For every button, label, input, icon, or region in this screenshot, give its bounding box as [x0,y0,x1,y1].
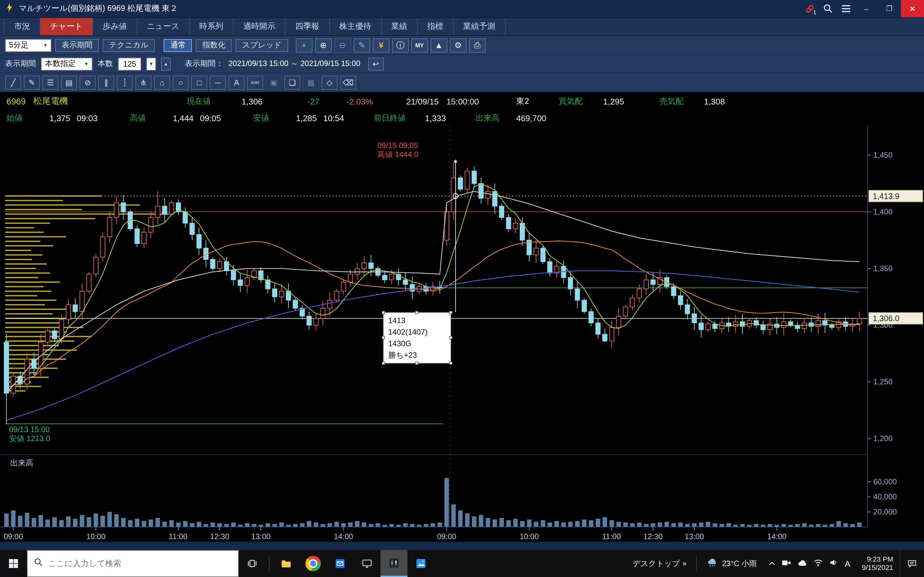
chart-note-tooltip[interactable]: 14131402(1407)1430G勝ち+23 [383,312,451,364]
draw-stamp-icon[interactable]: icon [247,75,263,89]
count-mode-select[interactable]: 本数指定 ▼ [41,57,92,70]
draw-clear-all-icon[interactable]: ⌫ [340,75,356,89]
draw-horizontal-segment-icon[interactable]: ─ [210,75,226,89]
chart-area[interactable]: 1,4501,4001,3501,3001,2501,20060,00040,0… [0,126,924,542]
mode-index-button[interactable]: 指数化 [196,39,232,52]
bar-count-input[interactable]: 125 [118,57,141,70]
mode-spread-button[interactable]: スプレッド [236,39,288,52]
candlestick-chart[interactable]: 1,4501,4001,3501,3001,2501,20060,00040,0… [0,126,924,542]
draw-horizontal-lines-icon[interactable]: ☰ [42,75,58,89]
wifi-icon[interactable] [813,558,824,569]
count-up-button[interactable]: ▲ [161,57,171,70]
tab-chart[interactable]: チャート [40,18,93,35]
task-view-icon[interactable] [239,550,266,577]
resize-handle[interactable] [415,362,418,365]
draw-grid-lines-icon[interactable]: ▤ [61,75,77,89]
crosshair-icon[interactable]: + [296,38,312,52]
draw-image-icon[interactable]: ▣ [266,75,282,89]
draw-trendline-icon[interactable]: ╱ [5,75,21,89]
tab-market[interactable]: 市況 [4,18,40,35]
draw-paste-icon[interactable]: ▦ [303,75,319,89]
chrome-icon[interactable] [300,550,326,577]
display-period-button[interactable]: 表示期間 [55,39,99,52]
start-button[interactable] [0,550,27,577]
svg-text:1,306.0: 1,306.0 [873,314,899,323]
zoom-out-icon[interactable]: ⊖ [334,38,351,52]
taskbar-search[interactable] [27,550,239,577]
print-icon[interactable]: ⎙ [469,38,486,52]
volume-icon[interactable] [829,558,839,569]
tab-shikiho[interactable]: 四季報 [286,18,330,35]
draw-fibonacci-circle-icon[interactable]: ⊘ [79,75,95,89]
tab-tick[interactable]: 歩み値 [93,18,137,35]
action-center-icon[interactable] [900,550,924,577]
titlebar-search-icon[interactable] [819,0,837,17]
draw-parallel-channel-icon[interactable]: ∥ [98,75,114,89]
resize-handle[interactable] [449,311,452,314]
mode-normal-button[interactable]: 通常 [164,39,192,52]
resize-handle[interactable] [449,362,452,365]
interval-select[interactable]: 5分足 ▼ [5,39,51,52]
reload-icon[interactable]: ↩ [368,57,383,70]
screen-share-icon[interactable] [354,550,381,577]
draw-mode-pencil-icon[interactable]: ✎ [354,38,370,52]
draw-polygon-icon[interactable]: ⌂ [154,75,170,89]
search-input[interactable] [48,559,215,568]
photos-app-icon[interactable] [407,550,435,577]
minimize-button[interactable]: – [855,0,878,17]
draw-ellipse-icon[interactable]: ○ [173,75,189,89]
draw-eraser-icon[interactable]: ◇ [321,75,338,89]
count-dropdown-button[interactable]: ▼ [146,57,156,70]
taskbar-clock[interactable]: 9:23 PM 9/15/2021 [855,555,900,572]
svg-text:09:00: 09:00 [3,532,23,541]
meet-now-camera-icon[interactable] [782,558,792,569]
technical-button[interactable]: テクニカル [103,39,155,52]
info-icon[interactable]: ⓘ [392,38,409,52]
chart-type-icon[interactable]: ▲ [431,38,447,52]
tab-yutai[interactable]: 株主優待 [330,18,381,35]
draw-vertical-lines-icon[interactable]: ┆ [117,75,133,89]
zoom-in-icon[interactable]: ⊕ [315,38,332,52]
tab-news[interactable]: ニュース [137,18,190,35]
period-label: 表示期間 [5,58,36,69]
menu-icon[interactable] [837,0,855,17]
open-price: 1,375 [49,113,70,123]
file-explorer-icon[interactable] [273,550,300,577]
tab-forecast[interactable]: 業績予測 [453,18,505,35]
draw-measure-icon[interactable]: ✎ [24,75,40,89]
clock-date: 9/15/2021 [862,564,893,572]
trading-app-icon[interactable] [381,550,407,577]
mail-app-icon[interactable] [326,550,354,577]
settings-wrench-icon[interactable]: ⚙ [450,38,467,52]
restore-button[interactable]: ❐ [878,0,901,17]
draw-copy-icon[interactable]: ❏ [284,75,300,89]
chevron-down-icon: ▼ [84,61,89,66]
draw-rectangle-icon[interactable]: □ [191,75,207,89]
yen-display-icon[interactable]: ¥ [373,38,389,52]
resize-handle[interactable] [382,362,385,365]
ime-indicator[interactable]: A [845,559,850,568]
weather-widget[interactable]: 23°C 小雨 [700,558,763,570]
search-icon [34,558,43,569]
svg-text:1,350: 1,350 [873,264,893,273]
tab-disclosure[interactable]: 適時開示 [234,18,286,35]
resize-handle[interactable] [415,311,418,314]
draw-text-icon[interactable]: A [228,75,244,89]
clock-time: 9:23 PM [862,555,893,564]
my-indicator-icon[interactable]: MY [411,38,428,52]
ask-price: 1,308 [704,97,725,106]
show-hidden-icons-icon[interactable] [768,558,776,569]
resize-handle[interactable] [382,311,385,314]
resize-handle[interactable] [449,336,452,339]
draw-pitchfork-icon[interactable]: ⋔ [136,75,152,89]
tab-results[interactable]: 業績 [381,18,417,35]
onedrive-cloud-icon[interactable] [797,558,808,569]
tab-indicators[interactable]: 指標 [417,18,453,35]
svg-text:1,450: 1,450 [873,151,893,159]
link-group-icon[interactable]: 1 [801,0,819,17]
close-button[interactable]: ✕ [901,0,924,17]
volume-label: 出来高 [475,113,499,123]
resize-handle[interactable] [382,336,385,339]
desktop-toolbar[interactable]: デスクトップ » [626,558,693,569]
tab-timeseries[interactable]: 時系列 [190,18,234,35]
